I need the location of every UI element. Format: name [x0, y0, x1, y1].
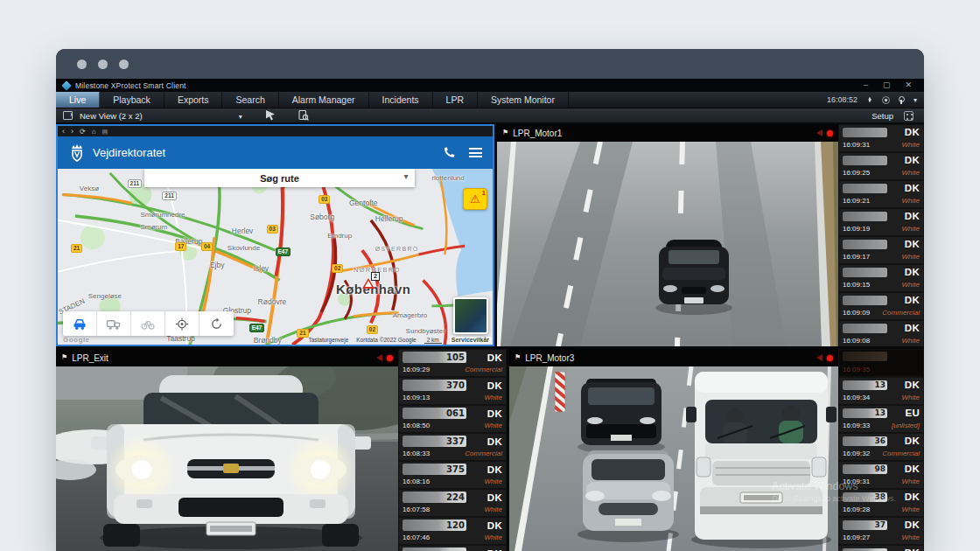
- main-tab[interactable]: Playback: [100, 92, 164, 108]
- map-town-label: Sundbyøster: [406, 327, 445, 335]
- plate-row[interactable]: 38 DK 16:09:28 White: [839, 490, 923, 516]
- maximize-button[interactable]: ▢: [883, 81, 891, 89]
- audio-muted-icon[interactable]: [376, 354, 382, 361]
- plate-row[interactable]: DK: [399, 546, 506, 551]
- plate-type: White: [902, 337, 920, 345]
- plate-row[interactable]: 13 DK 16:09:34 White: [839, 378, 923, 404]
- status-indicator-icon[interactable]: [882, 96, 890, 104]
- refresh-icon[interactable]: [80, 127, 86, 136]
- plate-row[interactable]: 98 DK 16:09:31 White: [839, 462, 923, 488]
- plate-row[interactable]: 37 DK 16:09:27 White: [839, 518, 923, 544]
- plate-country: DK: [905, 183, 920, 193]
- bike-mode-button[interactable]: [131, 311, 165, 336]
- car-mode-button[interactable]: [63, 311, 97, 336]
- phone-icon[interactable]: [442, 146, 455, 159]
- window-dot[interactable]: [77, 59, 87, 69]
- camera-panel-lpr-motor1[interactable]: LPR_Motor1: [497, 124, 924, 346]
- route-number-badge: E47: [249, 324, 265, 332]
- plate-row[interactable]: DK 16:09:25 White: [839, 153, 923, 179]
- plate-row[interactable]: 370 DK 16:09:13 White: [399, 378, 506, 404]
- plate-row[interactable]: 375 DK 16:08:16 White: [399, 462, 506, 488]
- plate-time: 16:09:17: [843, 253, 870, 261]
- camera-panel-lpr-exit[interactable]: LPR_Exit: [56, 349, 507, 551]
- terms-link[interactable]: Servicevilkår: [450, 337, 491, 343]
- main-tab[interactable]: System Monitor: [478, 92, 569, 108]
- plate-row[interactable]: DK 16:09:21 White: [839, 181, 923, 207]
- plate-row[interactable]: 337 DK 16:08:33 Commercial: [399, 434, 506, 460]
- plate-row[interactable]: 16:09:35: [839, 350, 923, 376]
- map-town-label: Islev: [254, 264, 269, 273]
- plate-image: [843, 352, 887, 361]
- main-tab[interactable]: Live: [56, 92, 100, 108]
- plate-row[interactable]: 061 DK 16:08:50 White: [399, 406, 506, 432]
- forward-icon[interactable]: [71, 127, 74, 136]
- close-button[interactable]: ✕: [905, 81, 912, 89]
- plate-row[interactable]: 105 DK 16:09:29 Commercial: [399, 350, 506, 376]
- audio-muted-icon[interactable]: [816, 129, 822, 136]
- map-town-label: Veksø: [80, 185, 99, 192]
- map-incident-marker[interactable]: 2: [362, 278, 374, 289]
- setup-button[interactable]: Setup: [872, 111, 893, 121]
- window-dot[interactable]: [119, 59, 129, 69]
- main-tab[interactable]: Alarm Manager: [279, 92, 369, 108]
- plate-row[interactable]: 13 EU 16:09:33 [unlisted]: [839, 406, 923, 432]
- main-tab[interactable]: Incidents: [369, 92, 433, 108]
- refresh-route-button[interactable]: [200, 311, 234, 336]
- menu-hamburger-icon[interactable]: [469, 148, 482, 157]
- connection-status-icon[interactable]: [865, 96, 874, 103]
- traffic-map[interactable]: VeksøSmørumnedreSmørumBallerupHerlevSøbo…: [58, 169, 493, 345]
- plate-row[interactable]: 120 DK 16:07:46 White: [399, 518, 506, 544]
- html-page-navbar: [58, 126, 493, 136]
- plate-list-exit: 105 DK 16:09:29 Commercial 370 DK: [398, 349, 507, 551]
- map-town-label: Hellerup: [375, 214, 403, 223]
- print-icon[interactable]: [102, 127, 108, 136]
- camera-video-motor1[interactable]: [497, 142, 838, 346]
- route-search-bar[interactable]: Søg rute ▾: [144, 169, 414, 187]
- keyboard-shortcuts-link[interactable]: Tastaturgenveje: [308, 337, 348, 343]
- plate-row[interactable]: DK 16:09:15 White: [839, 265, 923, 291]
- profile-key-icon[interactable]: [898, 96, 906, 104]
- main-tab[interactable]: LPR: [433, 92, 478, 108]
- plate-row[interactable]: DK 16:09:31 White: [839, 125, 923, 151]
- minimize-button[interactable]: –: [864, 81, 868, 89]
- view-selector[interactable]: New View (2 x 2): [80, 111, 143, 121]
- search-document-icon[interactable]: [298, 110, 309, 121]
- plate-row[interactable]: DK 16:09:19 White: [839, 209, 923, 235]
- chevron-down-icon[interactable]: [914, 96, 917, 104]
- drag-camera-icon[interactable]: [265, 110, 276, 121]
- main-tab[interactable]: Exports: [164, 92, 223, 108]
- satellite-view-thumbnail[interactable]: [453, 297, 488, 334]
- window-dot[interactable]: [98, 59, 108, 69]
- plate-image: 36: [843, 436, 887, 446]
- collapse-chevron-icon[interactable]: ▾: [403, 171, 408, 181]
- view-dropdown-chevron-icon[interactable]: [239, 111, 242, 121]
- plate-image: 105: [402, 352, 466, 363]
- plate-row[interactable]: 224 DK 16:07:58 White: [399, 490, 506, 516]
- plate-country: DK: [905, 267, 920, 277]
- audio-muted-icon[interactable]: [816, 354, 822, 361]
- back-icon[interactable]: [62, 127, 65, 136]
- home-icon[interactable]: [92, 127, 96, 136]
- plate-row[interactable]: DK 16:09:09 Commercial: [839, 293, 923, 319]
- camera-panel-lpr-motor3[interactable]: LPR_Motor3: [509, 349, 924, 551]
- locate-button[interactable]: [165, 311, 200, 336]
- plate-row[interactable]: DK: [839, 546, 923, 551]
- route-number-badge: E47: [276, 248, 291, 256]
- plate-country: DK: [905, 492, 920, 502]
- plate-row[interactable]: DK 16:09:17 White: [839, 237, 923, 263]
- camera-video-motor3[interactable]: [509, 366, 838, 551]
- plate-country: DK: [905, 127, 920, 137]
- show-panes-icon[interactable]: [63, 111, 73, 120]
- plate-time: 16:09:19: [843, 225, 870, 233]
- map-panel-vejdirektoratet[interactable]: Vejdirektoratet: [56, 124, 494, 346]
- grid-layout-icon[interactable]: [904, 111, 914, 121]
- main-tab[interactable]: Search: [222, 92, 278, 108]
- truck-mode-button[interactable]: [97, 311, 131, 336]
- camera-video-exit[interactable]: [56, 366, 398, 551]
- plate-row[interactable]: DK 16:09:08 White: [839, 321, 923, 346]
- plate-row[interactable]: 36 DK 16:09:32 Commercial: [839, 434, 923, 460]
- traffic-alert-badge[interactable]: ⚠ 1: [463, 188, 487, 210]
- flag-icon: [61, 353, 67, 362]
- milestone-logo-icon: [61, 80, 71, 90]
- plate-type: Commercial: [882, 450, 920, 457]
